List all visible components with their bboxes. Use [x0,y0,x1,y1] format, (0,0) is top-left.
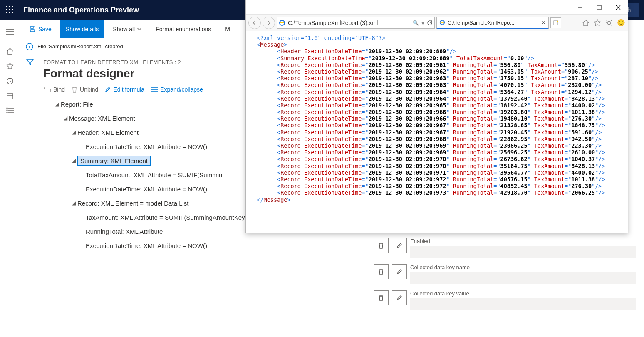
prop-input[interactable] [410,298,636,310]
delete-button[interactable] [374,264,389,279]
list-icon[interactable] [6,107,14,113]
search-glyph[interactable]: 🔍 [413,20,419,26]
xml-line: <Record ExecutionDateTime="2019-12-30 02… [250,62,624,68]
xml-line: <Record ExecutionDateTime="2019-12-30 02… [250,82,624,88]
new-tab-button[interactable] [550,17,561,28]
link-icon [44,87,51,92]
edit-formula-label: Edit formula [113,86,144,93]
home-icon[interactable] [582,19,590,27]
svg-point-34 [607,21,611,25]
caret-icon: ◢ [62,115,69,121]
close-button[interactable] [609,0,628,15]
back-button[interactable] [248,17,261,29]
ie-logo-icon [279,20,285,26]
filter-icon[interactable] [26,59,34,337]
show-all-button[interactable]: Show all [107,20,147,38]
prop-input[interactable] [410,272,636,284]
edit-button[interactable] [392,238,407,253]
pencil-icon [105,87,111,92]
svg-line-39 [607,20,607,21]
svg-point-24 [29,45,30,45]
prop-input[interactable] [410,246,636,258]
xml-line: <Record ExecutionDateTime="2019-12-30 02… [250,109,624,115]
more-button[interactable]: M [219,20,236,38]
edit-button[interactable] [392,290,407,305]
maximize-button[interactable] [590,0,609,15]
xml-line: <Record ExecutionDateTime="2019-12-30 02… [250,129,624,136]
pencil-icon [396,295,402,301]
xml-line: <Record ExecutionDateTime="2019-12-30 02… [250,156,624,162]
svg-rect-5 [12,9,13,10]
info-icon [26,43,33,50]
xml-line: <Record ExecutionDateTime="2019-12-30 02… [250,189,624,196]
favorites-icon[interactable] [594,19,601,27]
xml-line: <Summary ExecutionDateTime="2019-12-30 0… [250,55,624,62]
ie-toolbar: C:\Temp\SampleXmlReport (3).xml 🔍 ▾ C:\T… [246,15,628,31]
delete-button[interactable] [374,290,389,305]
trash-icon [378,295,384,301]
home-icon[interactable] [6,47,14,55]
tree-node-label: ExecutionDateTime: XML Attribute = NOW() [86,242,207,249]
clock-icon[interactable] [6,77,14,85]
tab-close-icon[interactable]: ✕ [541,20,546,26]
svg-rect-6 [6,12,7,13]
calendar-icon[interactable] [6,92,14,100]
svg-point-17 [7,108,7,109]
caret-icon: ◢ [70,158,77,164]
star-icon[interactable] [6,62,14,70]
browser-tab[interactable]: C:\Temp\SampleXmlRepo... ✕ [436,17,549,29]
xml-line: <Record ExecutionDateTime="2019-12-30 02… [250,89,624,95]
smiley-icon[interactable]: 🙂 [617,19,625,27]
expand-label: Expand/collapse [160,86,203,93]
minimize-button[interactable] [570,0,590,15]
delete-button[interactable] [374,238,389,253]
app-launcher-icon[interactable] [0,0,20,20]
hamburger-icon[interactable] [0,23,20,40]
xml-viewer: <?xml version="1.0" encoding="UTF-8"?>- … [246,31,628,233]
xml-line: - <Message> [250,41,624,48]
prop-label: Collected data key name [410,264,636,270]
caret-icon: ◢ [70,200,77,206]
xml-line: <Record ExecutionDateTime="2019-12-30 02… [250,102,624,109]
show-details-label: Show details [66,26,99,32]
svg-rect-0 [6,6,7,7]
tree-node-label: Header: XML Element [77,129,139,136]
filter-column [20,55,40,337]
svg-line-42 [611,20,612,21]
format-enumerations-button[interactable]: Format enumerations [150,20,217,38]
tab-title: C:\Temp\SampleXmlRepo... [448,20,514,26]
save-button[interactable]: Save [23,20,57,38]
refresh-icon[interactable] [427,20,433,26]
ie-titlebar [246,0,628,15]
edit-formula-button[interactable]: Edit formula [105,86,144,93]
tree-node[interactable]: ExecutionDateTime: XML Attribute = NOW() [77,238,369,253]
show-all-label: Show all [113,26,135,32]
tree-node-label: Record: XML Element = model.Data.List [77,200,188,207]
tree-node-label: TotalTaxAmount: XML Attribute = SUMIF(Su… [86,171,222,178]
caret-icon: ◢ [70,129,77,135]
caret-icon: ◢ [53,101,61,107]
expand-collapse-button[interactable]: Expand/collapse [151,86,203,93]
trash-icon [378,268,384,275]
svg-rect-7 [9,12,10,13]
xml-line: <Record ExecutionDateTime="2019-12-30 02… [250,115,624,122]
forward-button[interactable] [263,17,275,29]
xml-line: <Record ExecutionDateTime="2019-12-30 02… [250,136,624,142]
unbind-button[interactable]: Unbind [72,86,98,93]
prop-label: Enabled [410,238,636,244]
xml-line: <Record ExecutionDateTime="2019-12-30 02… [250,122,624,129]
address-bar[interactable]: C:\Temp\SampleXmlReport (3).xml 🔍 ▾ [277,17,435,29]
tree-node-label: RunningTotal: XML Attribute [86,228,163,235]
xml-line: <Record ExecutionDateTime="2019-12-30 02… [250,169,624,176]
bind-button[interactable]: Bind [44,86,65,93]
edit-button[interactable] [392,264,407,279]
tree-node-label: Report: File [61,101,93,108]
trash-icon [378,242,384,249]
tools-icon[interactable] [605,19,613,27]
pencil-icon [396,269,402,275]
left-nav-rail [0,20,20,337]
unbind-label: Unbind [80,86,98,93]
address-text: C:\Temp\SampleXmlReport (3).xml [288,20,410,26]
show-details-button[interactable]: Show details [60,20,104,38]
svg-rect-4 [9,9,10,10]
